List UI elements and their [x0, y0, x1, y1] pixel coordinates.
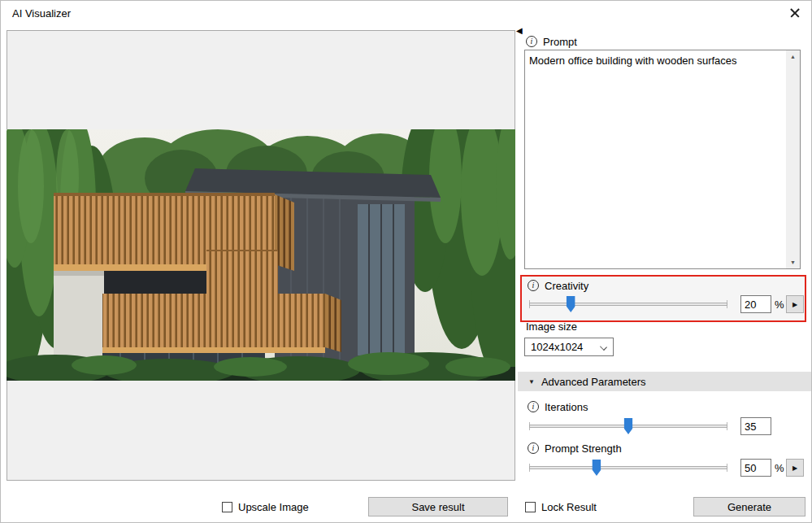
prompt-strength-input[interactable] — [740, 459, 771, 477]
upscale-image-label: Upscale Image — [238, 501, 309, 513]
creativity-label-row: i Creativity — [528, 279, 588, 292]
info-icon: i — [528, 401, 539, 412]
scroll-up-icon[interactable]: ▲ — [786, 54, 800, 59]
creativity-input[interactable] — [740, 295, 771, 313]
advanced-parameters-header[interactable]: ▼ Advanced Parameters — [518, 372, 812, 391]
creativity-slider[interactable] — [529, 296, 727, 312]
expanded-chevron-icon: ▼ — [528, 378, 535, 386]
preview-panel — [7, 30, 515, 481]
close-icon[interactable] — [788, 7, 801, 20]
creativity-label: Creativity — [545, 280, 588, 292]
creativity-slider-thumb[interactable] — [567, 296, 575, 312]
iterations-label-row: i Iterations — [528, 400, 588, 413]
prompt-label: Prompt — [543, 36, 577, 48]
image-size-value: 1024x1024 — [531, 341, 583, 353]
ai-visualizer-window: AI Visualizer — [0, 0, 812, 523]
image-size-dropdown[interactable]: 1024x1024 — [524, 338, 614, 356]
lock-result-checkbox-row[interactable]: Lock Result — [525, 500, 597, 513]
iterations-input[interactable] — [740, 417, 771, 435]
slider-track[interactable] — [529, 303, 727, 306]
prompt-strength-flyout-button[interactable]: ▶ — [786, 459, 804, 477]
titlebar: AI Visualizer — [1, 1, 811, 25]
right-arrow-icon: ▶ — [792, 301, 797, 308]
iterations-slider[interactable] — [529, 418, 727, 434]
prompt-strength-slider[interactable] — [529, 460, 727, 476]
lock-result-checkbox[interactable] — [525, 502, 536, 512]
upscale-image-checkbox-row[interactable]: Upscale Image — [222, 500, 309, 513]
image-size-label: Image size — [526, 320, 577, 333]
prompt-strength-label: Prompt Strength — [545, 442, 622, 455]
prompt-textarea[interactable]: Modern office building with wooden surfa… — [524, 50, 801, 269]
preview-image — [7, 129, 515, 381]
collapse-panel-icon[interactable]: ◀ — [516, 26, 523, 35]
upscale-image-checkbox[interactable] — [222, 502, 232, 512]
prompt-label-row: i Prompt — [526, 35, 577, 48]
slider-track[interactable] — [529, 466, 727, 469]
chevron-down-icon — [600, 343, 607, 351]
advanced-parameters-label: Advanced Parameters — [541, 376, 646, 388]
prompt-strength-slider-thumb[interactable] — [592, 460, 601, 476]
scroll-down-icon[interactable]: ▼ — [786, 259, 800, 265]
generate-button[interactable]: Generate — [693, 497, 805, 516]
window-title: AI Visualizer — [12, 7, 71, 20]
right-arrow-icon: ▶ — [792, 464, 797, 472]
prompt-strength-label-row: i Prompt Strength — [528, 442, 622, 455]
iterations-slider-thumb[interactable] — [624, 418, 633, 434]
iterations-label: Iterations — [545, 401, 588, 413]
lock-result-label: Lock Result — [541, 501, 597, 513]
info-icon: i — [528, 280, 539, 291]
info-icon: i — [526, 36, 537, 47]
creativity-flyout-button[interactable]: ▶ — [786, 295, 804, 313]
creativity-unit: % — [775, 299, 784, 311]
prompt-scrollbar[interactable]: ▲ ▼ — [786, 50, 800, 268]
info-icon: i — [528, 442, 539, 454]
prompt-text: Modern office building with wooden surfa… — [529, 54, 782, 68]
save-result-button[interactable]: Save result — [368, 497, 508, 516]
prompt-strength-unit: % — [775, 462, 784, 474]
